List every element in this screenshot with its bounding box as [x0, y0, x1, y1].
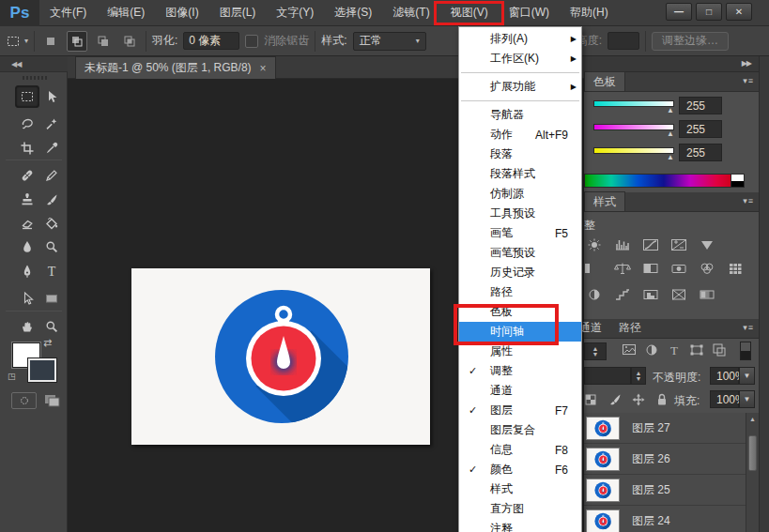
zoom-tool[interactable] [39, 315, 64, 338]
layer-name[interactable]: 图层 24 [632, 513, 670, 529]
layer-name[interactable]: 图层 25 [632, 482, 670, 498]
panel-menu-icon[interactable]: ▾≡ [743, 76, 754, 85]
window-menu-item[interactable]: 段落 [459, 144, 581, 164]
window-menu-item[interactable]: 信息F8 [459, 440, 581, 460]
pencil-tool[interactable] [39, 164, 64, 187]
document-tab[interactable]: 未标题-1 @ 50% (图层 1, RGB/8) × [75, 56, 276, 79]
window-menu-item[interactable]: 画笔预设 [459, 243, 581, 263]
photo-filter-icon[interactable] [669, 261, 689, 276]
black-white-icon[interactable] [640, 261, 661, 276]
posterize-icon[interactable] [612, 287, 633, 302]
collapse-panels-icon[interactable]: ▶▶ [742, 59, 751, 68]
color-slider-track[interactable] [593, 147, 674, 154]
hand-tool[interactable] [15, 315, 39, 338]
panel-menu-icon[interactable]: ▾≡ [743, 323, 754, 332]
scroll-up-icon[interactable]: ▲ [749, 416, 756, 422]
crop-tool[interactable] [15, 137, 39, 160]
lock-transparency-icon[interactable] [584, 392, 599, 407]
filter-kind-dropdown[interactable]: ▲▼ [584, 342, 607, 360]
shape-layer-filter-icon[interactable] [689, 342, 704, 357]
panel-grip[interactable] [23, 76, 47, 80]
blend-mode-stepper[interactable]: ▲▼ [631, 367, 646, 385]
window-menu-item[interactable]: 路径 [459, 282, 581, 302]
slider-thumb-icon[interactable]: ▲ [667, 153, 674, 161]
channel-value-input[interactable]: 255 [679, 120, 722, 138]
new-selection-button[interactable] [40, 31, 61, 52]
minimize-button[interactable]: — [666, 3, 692, 21]
tab-styles[interactable]: 样式 [584, 191, 625, 211]
window-menu-item[interactable]: 扩展功能▶ [459, 77, 581, 97]
dodge-tool[interactable] [39, 236, 64, 258]
eraser-tool[interactable] [15, 212, 39, 235]
magic-wand-tool[interactable] [39, 113, 64, 135]
smart-object-filter-icon[interactable] [712, 342, 727, 357]
tool-preset-icon[interactable]: ▾ [6, 34, 28, 49]
layer-thumbnail[interactable] [586, 448, 620, 471]
window-menu-item[interactable]: 画笔F5 [459, 223, 581, 243]
window-menu-item[interactable]: ✓调整 [459, 361, 581, 381]
window-menu-item[interactable]: 图层复合 [459, 420, 581, 440]
history-brush-tool[interactable] [39, 189, 64, 211]
swap-colors-icon[interactable]: ⇄ [43, 337, 52, 349]
brightness-contrast-icon[interactable] [584, 237, 605, 252]
close-tab-icon[interactable]: × [260, 62, 267, 75]
menubar-item-l[interactable]: 图层(L) [209, 0, 267, 26]
type-tool[interactable]: T [39, 260, 64, 282]
slider-thumb-icon[interactable]: ▲ [667, 106, 674, 114]
color-slider-track[interactable] [593, 100, 674, 107]
layer-row[interactable]: 图层 25 [584, 475, 746, 506]
artboard[interactable] [131, 268, 430, 445]
paint-bucket-tool[interactable] [39, 212, 64, 235]
background-color-swatch[interactable] [28, 358, 56, 382]
path-selection-tool[interactable] [15, 287, 39, 310]
menubar-item-t[interactable]: 滤镜(T) [382, 0, 439, 26]
subtract-from-selection-button[interactable] [93, 31, 114, 52]
opacity-value[interactable]: 100% [710, 367, 739, 385]
pixel-layer-filter-icon[interactable] [622, 342, 637, 357]
window-menu-item[interactable]: 通道 [459, 381, 581, 401]
shape-tool[interactable] [39, 287, 64, 310]
height-input[interactable] [608, 32, 639, 50]
refine-edge-button[interactable]: 调整边缘… [652, 32, 729, 51]
lock-position-icon[interactable] [631, 392, 646, 407]
opacity-dropdown-arrow[interactable]: ▼ [739, 367, 755, 385]
window-menu-item[interactable]: 导航器 [459, 105, 581, 125]
window-menu-item[interactable]: ✓颜色F6 [459, 460, 581, 479]
window-menu-item[interactable]: 历史记录 [459, 263, 581, 282]
window-menu-item[interactable]: ✓图层F7 [459, 401, 581, 420]
menubar-item-f[interactable]: 文件(F) [39, 0, 97, 26]
window-menu-item[interactable]: 注释 [459, 519, 581, 532]
tab-paths[interactable]: 路径 [610, 318, 650, 338]
fill-dropdown-arrow[interactable]: ▼ [739, 390, 755, 408]
channel-value-input[interactable]: 255 [679, 144, 722, 161]
threshold-icon[interactable] [640, 287, 661, 302]
invert-icon[interactable] [584, 287, 605, 302]
menubar-item-w[interactable]: 窗口(W) [499, 0, 560, 26]
layer-thumbnail[interactable] [586, 479, 620, 502]
adjustment-layer-filter-icon[interactable] [644, 342, 659, 357]
layer-name[interactable]: 图层 26 [632, 451, 670, 467]
levels-icon[interactable] [612, 237, 633, 252]
channel-mixer-icon[interactable] [697, 261, 717, 276]
lasso-tool[interactable] [15, 113, 39, 135]
selective-color-icon[interactable] [669, 287, 689, 302]
menubar-item-i[interactable]: 图像(I) [155, 0, 208, 26]
lock-all-icon[interactable] [654, 392, 669, 407]
clone-stamp-tool[interactable] [15, 189, 39, 211]
rectangular-marquee-tool[interactable] [15, 85, 39, 108]
tab-channels[interactable]: 通道 [579, 318, 610, 338]
channel-value-input[interactable]: 255 [679, 97, 722, 114]
move-tool[interactable] [39, 85, 64, 108]
lock-pixels-brush-icon[interactable] [608, 392, 623, 407]
color-lookup-icon[interactable] [725, 261, 746, 276]
filter-toggle-button[interactable] [740, 342, 751, 360]
quick-mask-button[interactable] [11, 392, 37, 409]
exposure-icon[interactable] [669, 237, 689, 252]
close-button[interactable]: ✕ [726, 3, 752, 21]
color-balance-icon[interactable] [612, 261, 633, 276]
window-menu-item[interactable]: 工作区(K)▶ [459, 49, 581, 68]
menubar-item-e[interactable]: 编辑(E) [97, 0, 155, 26]
style-dropdown[interactable]: 正常▾ [353, 32, 426, 51]
add-to-selection-button[interactable] [67, 31, 87, 52]
menubar-item-y[interactable]: 文字(Y) [266, 0, 324, 26]
